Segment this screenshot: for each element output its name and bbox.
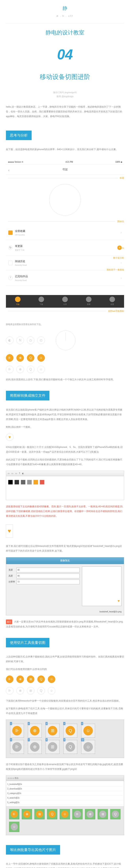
item-sub: 更新于 7:38 — [15, 249, 116, 252]
heart-sample: ♥ — [6, 524, 13, 538]
sec3-p5: 这个时候请分别个图命名为工具板单击各rename发生阏下每认的文件名改写下调扎的… — [6, 762, 124, 771]
sec2-p2: 刚刚,我以来样一个图标。 — [6, 425, 124, 429]
list-item[interactable]: 有更新更新于 7:38 9 — [6, 240, 124, 255]
icon-row-3: ⊪ ⊕ Q ☺ — [6, 366, 124, 373]
label-icon01: 图标01 — [117, 220, 124, 224]
user-icon-grey: ☺ — [48, 687, 55, 694]
section-heading-4: 等比例批量导出其他尺寸图片 — [6, 845, 60, 855]
sec3-p1: 上边这种切图方式,合并离个图标稿切,因此文件严紧,比较适用使用初期学习和临时创作… — [6, 654, 124, 664]
book-icon — [8, 261, 13, 265]
download-icon-grey: ⊕ — [17, 366, 24, 373]
label-arrow: 箭头 — [120, 246, 124, 250]
hint-1: 静电将这些图标全部拿出来列在下边。 — [6, 322, 124, 327]
intro-paragraph: hello,这一期设计教室跟来迟。上一节课，静电和天哥分享了切图的一些梳理，相必… — [6, 104, 124, 119]
export-row[interactable]: 2_download@2x — [7, 787, 123, 791]
tab-download[interactable]: 下载 — [30, 297, 53, 306]
orange-icons-row: ⊪ ⊕ ⊞ Q ☺ — [6, 676, 124, 683]
status-bar: ●●●●● Verizon ⟲ 4:21 PM 100% ■ — [6, 160, 124, 165]
search-icon-grey: Q — [27, 366, 34, 373]
clock2-icon: ◴ — [37, 337, 45, 344]
label-badge: 数字提示标 — [113, 256, 124, 260]
list-item[interactable]: 全部收藏All Favorites › — [6, 225, 124, 240]
export-row[interactable]: 5_setting@2x — [7, 800, 123, 805]
sec1-sp1: 好的,现在我觉得以上这些,下面,我们要做这些图标转成一个个独立大小的文件,以便工… — [6, 377, 124, 382]
refresh-icon — [8, 246, 13, 250]
export-toolbar: ▭ ▭ ▭ 导出 — [6, 776, 124, 781]
chevron-right-icon: › — [121, 260, 122, 265]
label-pixel: 图标若干一像素线 — [107, 268, 124, 272]
resolution-field[interactable]: 72 — [17, 580, 79, 584]
image-preview-dialog: 图像预览 宽度40 高度40 分辨率72 ♥ bookshelf_heart@2… — [6, 557, 124, 615]
sec2-p5: 接下来,我们都可切图过后运用fireworks软文件导图用常见"格式变换png3… — [6, 544, 124, 553]
tab-category[interactable]: 分类 — [53, 297, 77, 306]
heart-icon: ♥ — [6, 433, 13, 441]
item-main: 有更新 — [15, 244, 116, 248]
download-icon: ⊕ — [17, 354, 24, 362]
slice-demo: 1⊪ 2⊕ 3⊞ 4Q 5☺ 6⊪ 7⊕ 8⊞ 9Q 10☺ — [6, 720, 124, 758]
carrier: ●●●●● Verizon ⟲ — [8, 160, 23, 164]
dialog-footer: bookshelf_heart@2x.png — [6, 609, 124, 615]
tab-search[interactable]: 搜索 — [77, 297, 101, 306]
cat-icon: ⊞ — [27, 676, 34, 683]
item-sub: Recently Read — [15, 264, 119, 267]
shelf-icon: ⊪ — [6, 676, 13, 683]
cat-icon-grey: ⊞ — [27, 687, 34, 694]
heart-icon: ♥ — [8, 528, 11, 534]
clock: 4:21 PM — [66, 160, 73, 164]
star-icon — [8, 230, 13, 235]
section-heading-3: 使用切片工具批量切图 — [6, 638, 50, 647]
export-row[interactable]: 1_bookshelf@2x — [7, 782, 123, 787]
preview-canvas: ♥ — [82, 566, 122, 606]
export-row[interactable]: 4_search@2x — [7, 796, 123, 800]
dialog-title: 图像预览 — [6, 557, 124, 564]
tip-paragraph: 贴士 大家一定要注意ios下的文件名命名规则,2部裂群图标命名@2x.png,即… — [6, 619, 124, 629]
icon-row-1: ◐ N ◷ ◴ — [6, 331, 124, 350]
sec3-p4: 如下图所示,静电使用了切片工具,给每一个图标就让切片,具体切片的尺寸要和缩寸初的… — [6, 706, 124, 716]
export-row[interactable]: 3_category@2x — [7, 791, 123, 796]
brand-logo: 静 — [6, 0, 124, 14]
clock-icon: ◷ — [27, 337, 34, 344]
user-icon-grey: ☺ — [37, 366, 45, 373]
nav-bar: ‹ 书架 — [6, 165, 124, 175]
search-icon-grey: Q — [37, 687, 45, 694]
sec2-p1: 首先我们先以场面某Iphone客户端的文件,因分辨设计稿的为辨率为640×113… — [6, 407, 124, 422]
shelf-icon-grey: ⊪ — [6, 366, 13, 373]
sec3-p3: 下面我们来用fireworks中自带一个这插位切险魅类,间目聚成当分完不用的切片… — [6, 699, 124, 703]
back-icon[interactable]: ‹ — [8, 167, 9, 173]
phone-mockup: ●●●●● Verizon ⟲ 4:21 PM 100% ■ ‹ 书架 标题 图… — [6, 156, 124, 318]
sec3-p2: 我们可以在线使用切图中,以所有分列的 — [6, 667, 124, 672]
battery: 100% ■ — [116, 160, 122, 164]
shelf-icon-grey: ⊪ — [6, 687, 13, 694]
page-subtitle: 移动设备切图进阶 — [6, 71, 124, 83]
export-file-list: 1_bookshelf@2x2_download@2x3_category@2x… — [6, 781, 124, 806]
icon-row-2: ⊪ ⊕ Q ☺ — [6, 354, 124, 362]
height-field[interactable]: 40 — [17, 574, 79, 578]
item-sub: All Favorites — [15, 233, 119, 237]
big-clock-icon — [56, 331, 75, 350]
sec4-p1: 在上一节中,切完都OK,静电和大家保留的了切图及若用的元素,及格式的化化约方法,… — [6, 862, 124, 868]
tip-text: 大家一定要注意ios下的文件名命名规则,2部裂群图标命名@2x.png,即原图稿… — [6, 620, 124, 628]
tab-shelf[interactable]: 书架 — [6, 297, 30, 306]
download-icon-grey: ⊕ — [17, 687, 24, 694]
label-tabbar: 底部tab导航图标 — [108, 309, 124, 313]
width-field[interactable]: 40 — [17, 568, 79, 572]
grey-icons-row: ⊪ ⊕ ⊞ Q ☺ — [6, 687, 124, 694]
tab-settings[interactable]: 设置 — [100, 297, 124, 306]
export-preview: ⊪ ⊕ ⊞ Q ☺ ⊪ ⊕ ⊞ Q ☺ — [6, 806, 124, 835]
menu-list: 全部收藏All Favorites › 有更新更新于 7:38 9 阅读历史Re… — [6, 225, 124, 286]
item-main: 阅读历史 — [15, 259, 119, 264]
red-note-1: 进延最基础使下左右的像素在留4到5像素。否则,图片一旦遇到,效果不太好看。一般来… — [6, 504, 124, 518]
search-icon: Q — [37, 676, 45, 683]
sec2-p3: iOS在切图时候,我一般需内三个尺寸,分别配3GS和iphone4、5、5s。但… — [6, 445, 124, 454]
circle-icon: ◐ — [6, 337, 13, 344]
download-icon: ⊕ — [17, 676, 24, 683]
page-title: 静电的设计教室 — [6, 28, 124, 38]
item-sub: Recently Read — [15, 279, 119, 282]
item-main: 全部收藏 — [15, 229, 119, 233]
episode-badge: 04 — [6, 42, 124, 67]
author-meta: 微信订阅号 jingdesign91 微博 @jingdesign — [6, 91, 124, 98]
label-title: 标题 — [120, 176, 124, 180]
chevron-right-icon: › — [121, 230, 122, 235]
brand-sub: 静 - 印 - APP — [6, 14, 124, 18]
user-icon: ☺ — [48, 676, 55, 683]
